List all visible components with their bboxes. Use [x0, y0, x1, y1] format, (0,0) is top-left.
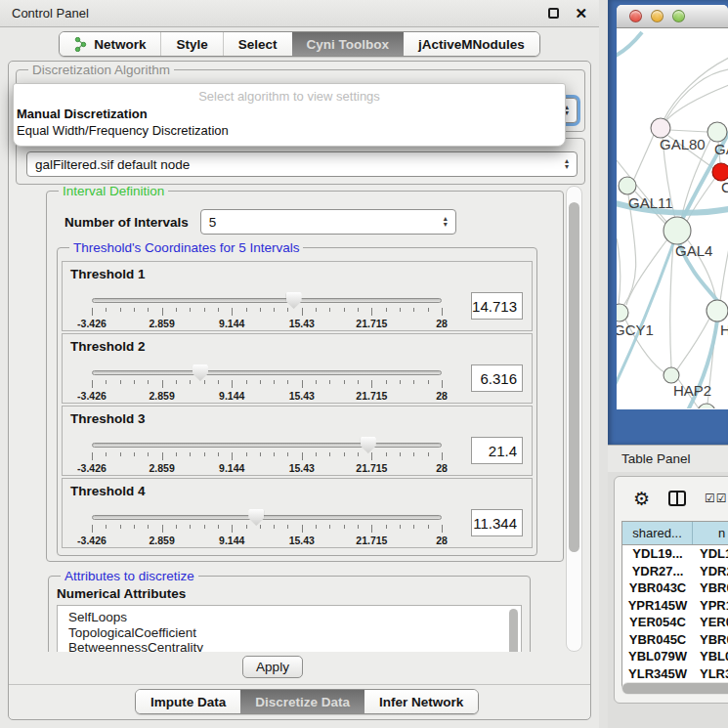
threshold-1-value-field[interactable]: 14.713 — [471, 292, 523, 320]
network-window-titlebar — [617, 5, 728, 28]
slider-thumb[interactable] — [361, 437, 376, 453]
screen: Control Panel ✕ Network Style S — [0, 0, 728, 728]
threshold-2-slider[interactable]: -3.4262.8599.14415.4321.71528 — [92, 370, 442, 402]
combobox-arrows-icon: ▴▾ — [565, 158, 569, 170]
network-window: GAL80GACGAL11GAL4GCY1HHAP2 — [617, 5, 728, 409]
tab-infer-network[interactable]: Infer Network — [364, 690, 478, 713]
threshold-4-label: Threshold 4 — [70, 484, 146, 498]
table-data-combobox-value: galFiltered.sif default node — [35, 157, 565, 172]
slider-thumb[interactable] — [248, 509, 264, 526]
slider-thumb[interactable] — [193, 364, 208, 381]
tab-jactivemnodules[interactable]: jActiveMNodules — [404, 32, 539, 56]
threshold-3-value-field[interactable]: 21.4 — [471, 437, 523, 464]
column-header-name[interactable]: n — [693, 526, 728, 540]
table-panel-toolbar: ⚙ ☑☑ — [615, 477, 728, 520]
svg-text:H: H — [720, 321, 728, 338]
network-graph[interactable]: GAL80GACGAL11GAL4GCY1HHAP2 — [617, 28, 728, 408]
threshold-1-label: Threshold 1 — [70, 267, 146, 281]
table-horizontal-scrollbar[interactable] — [621, 682, 728, 695]
tab-discretize-data[interactable]: Discretize Data — [240, 690, 364, 713]
table-panel-title: Table Panel — [621, 451, 691, 466]
table-row[interactable]: YER054CYER0 — [622, 614, 728, 631]
table-row[interactable]: YDR27...YDR2 — [622, 563, 728, 580]
threshold-1-slider[interactable]: -3.4262.8599.14415.4321.71528 — [92, 298, 442, 329]
control-panel-titlebar: Control Panel ✕ — [0, 0, 599, 27]
attributes-list-scrollbar[interactable] — [509, 609, 518, 652]
number-of-intervals-combobox[interactable]: 5 ▴▾ — [200, 209, 456, 235]
combobox-arrows-icon: ▴▾ — [444, 216, 448, 228]
slider-thumb[interactable] — [286, 292, 302, 309]
table-panel-titlebar: Table Panel — [608, 445, 728, 472]
zoom-traffic-light-icon[interactable] — [672, 10, 685, 22]
list-item[interactable]: BetweennessCentrality — [68, 640, 521, 652]
cyni-toolbox-panel: Discretization Algorithm ▴▾ Select algor… — [8, 61, 591, 720]
tab-network[interactable]: Network — [60, 32, 160, 56]
number-of-intervals-row: Number of Intervals 5 ▴▾ — [64, 209, 456, 235]
network-icon — [74, 37, 87, 52]
control-panel: Control Panel ✕ Network Style S — [0, 0, 599, 728]
columns-icon[interactable] — [668, 491, 686, 506]
network-view-frame: GAL80GACGAL11GAL4GCY1HHAP2 — [608, 0, 728, 445]
table-row[interactable]: YPR145WYPR1 — [622, 597, 728, 615]
minimize-traffic-light-icon[interactable] — [651, 10, 664, 22]
list-item[interactable]: SelfLoops — [68, 610, 521, 625]
select-columns-checkbox-icon[interactable]: ☑☑ — [705, 492, 728, 505]
table-row[interactable]: YBL079WYBL0 — [622, 648, 728, 665]
table-data-combobox[interactable]: galFiltered.sif default node ▴▾ — [26, 151, 578, 177]
close-icon[interactable]: ✕ — [575, 6, 587, 21]
svg-text:C: C — [721, 179, 728, 195]
slider-track[interactable] — [92, 370, 442, 375]
table-panel: ⚙ ☑☑ shared... n YDL19...YDL1YDR27...YDR… — [614, 476, 728, 704]
close-traffic-light-icon[interactable] — [629, 10, 642, 22]
algorithm-dropdown-popup: Select algorithm to view settings Manual… — [13, 83, 566, 147]
threshold-2-value-field[interactable]: 6.316 — [471, 364, 523, 392]
slider-ticks — [92, 308, 442, 317]
algorithm-popup-hint: Select algorithm to view settings — [14, 87, 565, 106]
svg-text:GCY1: GCY1 — [617, 321, 654, 338]
interval-definition-group-label: Interval Definition — [59, 186, 168, 198]
threshold-4-value-field[interactable]: 11.344 — [471, 509, 523, 536]
panel-separator — [9, 684, 590, 685]
slider-ticks — [92, 525, 442, 534]
slider-track[interactable] — [92, 515, 442, 520]
float-window-icon[interactable] — [548, 8, 559, 19]
top-tabs-segmented-control: Network Style Select Cyni Toolbox jActiv… — [59, 31, 540, 57]
tab-select-label: Select — [238, 37, 278, 52]
slider-ticks — [92, 380, 442, 389]
gear-icon[interactable]: ⚙ — [633, 490, 650, 508]
bottom-tabs-segmented-control: Impute Data Discretize Data Infer Networ… — [135, 689, 479, 714]
threshold-3-slider[interactable]: -3.4262.8599.14415.4321.71528 — [92, 443, 442, 474]
tab-impute-data-label: Impute Data — [150, 695, 226, 709]
thresholds-coordinates-group-label: Threshold's Coordinates for 5 Intervals — [69, 240, 303, 255]
tab-select[interactable]: Select — [223, 32, 292, 56]
attributes-group-label: Attributes to discretize — [61, 569, 198, 583]
tab-network-label: Network — [94, 37, 146, 52]
tab-impute-data[interactable]: Impute Data — [136, 690, 240, 713]
column-header-shared-name[interactable]: shared... — [622, 522, 693, 544]
scrollbar-thumb[interactable] — [622, 683, 728, 694]
table-row[interactable]: YLR345WYLR3 — [622, 665, 728, 683]
slider-ticks — [92, 452, 442, 461]
attributes-to-discretize-group: Attributes to discretize Numerical Attri… — [48, 576, 531, 652]
table-row[interactable]: YBR043CYBR0 — [622, 579, 728, 597]
table-header-row: shared... n — [622, 522, 728, 545]
popup-option-manual-discretization[interactable]: Manual Discretization — [14, 106, 565, 122]
table-row[interactable]: YDL19...YDL1 — [622, 545, 728, 563]
tab-style-label: Style — [176, 37, 207, 52]
slider-track[interactable] — [92, 443, 442, 448]
svg-text:GAL11: GAL11 — [628, 194, 673, 211]
numerical-attributes-list[interactable]: SelfLoopsTopologicalCoefficientBetweenne… — [57, 605, 522, 652]
scrollbar-thumb[interactable] — [569, 202, 579, 552]
threshold-3-label: Threshold 3 — [70, 411, 146, 426]
slider-track[interactable] — [92, 298, 442, 303]
apply-button[interactable]: Apply — [242, 656, 303, 678]
threshold-4-slider[interactable]: -3.4262.8599.14415.4321.71528 — [92, 515, 442, 546]
threshold-1-row: Threshold 1 -3.4262.8599.14415.4321.7152… — [62, 261, 533, 331]
tab-cyni-toolbox[interactable]: Cyni Toolbox — [292, 32, 405, 56]
tab-style[interactable]: Style — [160, 32, 222, 56]
list-item[interactable]: TopologicalCoefficient — [68, 625, 521, 641]
popup-option-equal-width-frequency[interactable]: Equal Width/Frequency Discretization — [14, 122, 565, 139]
network-canvas[interactable]: GAL80GACGAL11GAL4GCY1HHAP2 — [617, 28, 728, 408]
table-row[interactable]: YBR045CYBR0 — [622, 631, 728, 649]
settings-vertical-scrollbar[interactable] — [566, 186, 582, 652]
